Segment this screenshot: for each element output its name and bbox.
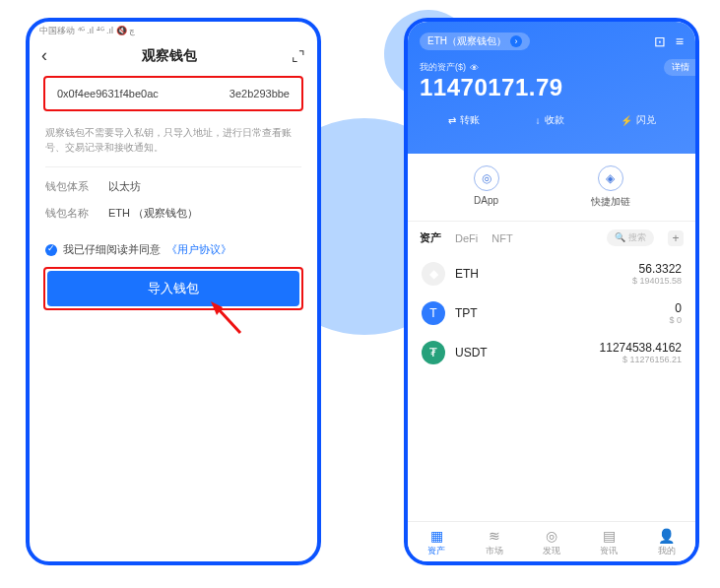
receive-button[interactable]: ↓收款: [536, 113, 564, 127]
status-bar: 中国移动 ⁴ᴳ .ıl ⁴ᴳ .ıl 🔇 چ: [30, 22, 317, 39]
annotation-arrow: [207, 299, 246, 339]
name-label: 钱包名称: [45, 206, 97, 221]
usdt-icon: ₮: [422, 341, 445, 364]
swap-button[interactable]: ⚡闪兑: [621, 113, 656, 127]
asset-amount: 11274538.4162: [600, 341, 682, 355]
bottom-nav: ▦资产 ≋市场 ◎发现 ▤资讯 👤我的: [408, 521, 695, 561]
tab-asset[interactable]: 资产: [420, 230, 441, 245]
search-input[interactable]: 🔍 搜索: [607, 229, 654, 246]
nav-market[interactable]: ≋市场: [486, 528, 503, 557]
system-label: 钱包体系: [45, 179, 97, 194]
address-left: 0x0f4ee9631f4be0ac: [57, 88, 159, 99]
import-highlight: 导入钱包: [43, 267, 303, 310]
asset-fiat: $ 11276156.21: [600, 355, 682, 364]
compass-icon: ◎: [474, 165, 499, 191]
shortcut-dapp[interactable]: ◎ DApp: [474, 165, 499, 209]
wallet-selector[interactable]: ETH（观察钱包） ›: [420, 33, 530, 50]
news-icon: ▤: [600, 528, 618, 544]
address-input[interactable]: 0x0f4ee9631f4be0ac 3e2b293bbe: [43, 76, 303, 111]
wallet-icon: ▦: [427, 528, 445, 544]
asset-symbol: ETH: [455, 267, 479, 281]
agree-checkbox[interactable]: [45, 244, 57, 256]
asset-fiat: $ 0: [669, 315, 682, 325]
transfer-button[interactable]: ⇄转账: [448, 113, 480, 127]
eth-icon: ◆: [422, 262, 445, 286]
address-right: 3e2b293bbe: [229, 88, 290, 99]
tpt-icon: T: [422, 301, 445, 325]
camera-icon[interactable]: ⊡: [654, 33, 666, 49]
user-icon: 👤: [658, 528, 676, 544]
asset-symbol: TPT: [455, 306, 478, 320]
nav-news[interactable]: ▤资讯: [600, 528, 618, 557]
asset-row-tpt[interactable]: T TPT 0 $ 0: [408, 294, 695, 333]
receive-icon: ↓: [536, 115, 541, 126]
tab-defi[interactable]: DeFi: [455, 232, 478, 244]
hint-text: 观察钱包不需要导入私钥，只导入地址，进行日常查看账号、交易记录和接收通知。: [45, 125, 301, 167]
svg-line-0: [217, 307, 240, 333]
transfer-icon: ⇄: [448, 115, 456, 126]
detail-button[interactable]: 详情: [664, 59, 695, 76]
page-title: 观察钱包: [142, 47, 197, 65]
nav-me[interactable]: 👤我的: [658, 528, 676, 557]
swap-icon: ⚡: [621, 115, 632, 126]
chain-icon: ◈: [598, 165, 623, 191]
asset-amount: 0: [669, 301, 682, 315]
balance-label: 我的资产($): [420, 61, 466, 74]
nav-asset[interactable]: ▦资产: [427, 528, 445, 557]
asset-symbol: USDT: [455, 346, 488, 359]
tab-nft[interactable]: NFT: [491, 232, 512, 244]
user-agreement-link[interactable]: 《用户协议》: [166, 242, 231, 257]
asset-row-usdt[interactable]: ₮ USDT 11274538.4162 $ 11276156.21: [408, 333, 695, 372]
asset-amount: 56.3322: [632, 262, 682, 276]
nav-discover[interactable]: ◎发现: [543, 528, 560, 557]
phone-left: 中国移动 ⁴ᴳ .ıl ⁴ᴳ .ıl 🔇 چ ‹ 观察钱包 ⌞⌝ 0x0f4ee…: [26, 18, 321, 565]
menu-icon[interactable]: ≡: [676, 33, 684, 49]
add-token-button[interactable]: +: [668, 230, 684, 246]
system-value: 以太坊: [108, 179, 141, 194]
phone-right: ETH（观察钱包） › ⊡ ≡ 我的资产($) 👁 详情 11470171.79…: [404, 18, 699, 565]
back-button[interactable]: ‹: [41, 45, 47, 66]
market-icon: ≋: [486, 528, 503, 544]
wallet-selector-label: ETH（观察钱包）: [427, 34, 506, 48]
name-value: ETH （观察钱包）: [108, 206, 198, 221]
asset-fiat: $ 194015.58: [632, 276, 682, 286]
import-button[interactable]: 导入钱包: [47, 271, 299, 306]
discover-icon: ◎: [543, 528, 560, 544]
balance-value: 11470171.79: [420, 74, 684, 101]
scan-icon[interactable]: ⌞⌝: [292, 48, 305, 64]
eye-icon[interactable]: 👁: [470, 63, 479, 73]
asset-row-eth[interactable]: ◆ ETH 56.3322 $ 194015.58: [408, 254, 695, 294]
agree-text: 我已仔细阅读并同意: [63, 242, 161, 257]
chevron-right-icon: ›: [510, 35, 522, 47]
shortcut-addchain[interactable]: ◈ 快捷加链: [591, 165, 630, 209]
